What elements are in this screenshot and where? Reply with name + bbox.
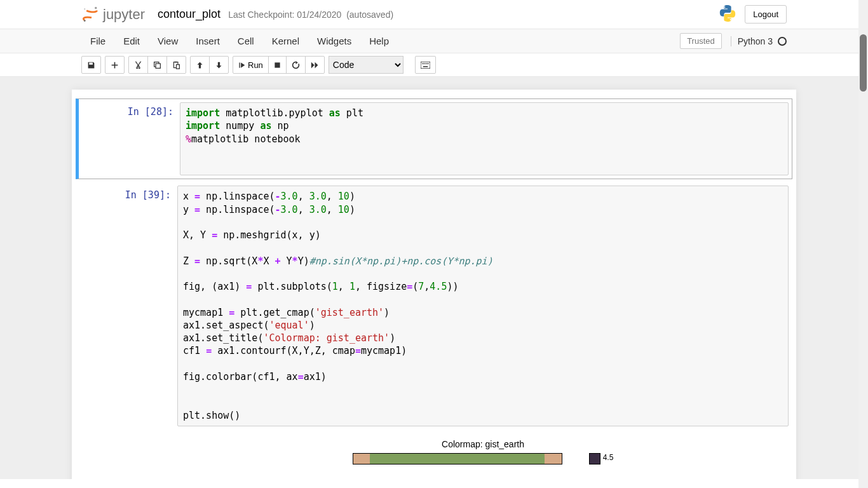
cut-icon — [134, 61, 142, 69]
input-prompt: In [39]: — [79, 186, 177, 426]
svg-point-3 — [84, 20, 86, 22]
menu-insert[interactable]: Insert — [187, 29, 229, 53]
paste-button[interactable] — [166, 56, 186, 74]
fast-forward-icon — [311, 61, 319, 69]
menu-view[interactable]: View — [149, 29, 187, 53]
colorbar-tick-label: 4.5 — [603, 453, 614, 462]
menu-kernel[interactable]: Kernel — [263, 29, 308, 53]
kernel-name: Python 3 — [738, 36, 773, 46]
move-up-button[interactable] — [190, 56, 210, 74]
save-icon — [87, 61, 95, 69]
menu-help[interactable]: Help — [360, 29, 398, 53]
menubar: File Edit View Insert Cell Kernel Widget… — [0, 29, 868, 53]
code-cell[interactable]: In [39]: x = np.linspace(-3.0, 3.0, 10) … — [76, 182, 792, 430]
restart-run-all-button[interactable] — [305, 56, 325, 74]
kernel-idle-icon — [778, 37, 787, 46]
plus-icon — [111, 61, 119, 69]
svg-rect-13 — [421, 62, 430, 69]
copy-icon — [153, 61, 161, 69]
notebook-name[interactable]: contour_plot — [158, 8, 220, 21]
menu-edit[interactable]: Edit — [114, 29, 149, 53]
toolbar: Run Code — [0, 53, 868, 77]
menu-file[interactable]: File — [81, 29, 114, 53]
logout-button[interactable]: Logout — [745, 5, 787, 24]
menu-cell[interactable]: Cell — [229, 29, 263, 53]
run-icon — [238, 62, 245, 69]
svg-rect-8 — [156, 64, 160, 68]
arrow-down-icon — [215, 61, 223, 69]
restart-button[interactable] — [286, 56, 306, 74]
svg-point-2 — [95, 6, 97, 9]
copy-button[interactable] — [147, 56, 167, 74]
svg-rect-16 — [425, 63, 426, 64]
svg-rect-14 — [422, 63, 423, 64]
code-input-area[interactable]: import matplotlib.pyplot as plt import n… — [180, 102, 789, 175]
interrupt-button[interactable] — [268, 56, 287, 74]
insert-cell-button[interactable] — [105, 56, 125, 74]
menu-widgets[interactable]: Widgets — [308, 29, 360, 53]
restart-icon — [292, 61, 300, 69]
run-button[interactable]: Run — [233, 56, 269, 74]
stop-icon — [274, 62, 281, 69]
svg-point-4 — [84, 8, 85, 10]
run-label: Run — [248, 60, 263, 70]
svg-point-6 — [730, 19, 731, 20]
command-palette-button[interactable] — [415, 56, 436, 74]
notebook-scroll-area[interactable]: In [28]: import matplotlib.pyplot as plt… — [0, 77, 868, 479]
svg-rect-11 — [177, 64, 180, 69]
svg-rect-10 — [175, 61, 177, 62]
colorbar — [589, 453, 600, 464]
cut-button[interactable] — [128, 56, 148, 74]
cell-output: Colormap: gist_earth 3 4.5 — [72, 433, 796, 464]
contour-plot — [353, 453, 562, 464]
code-cell[interactable]: In [28]: import matplotlib.pyplot as plt… — [76, 98, 792, 179]
kernel-indicator[interactable]: Python 3 — [731, 36, 787, 46]
plot-title: Colormap: gist_earth — [170, 439, 796, 449]
svg-rect-12 — [275, 62, 280, 67]
keyboard-icon — [421, 62, 430, 69]
svg-rect-19 — [423, 66, 428, 67]
checkpoint-text: Last Checkpoint: 01/24/2020 (autosaved) — [228, 10, 393, 20]
jupyter-logo[interactable]: jupyter — [81, 6, 145, 24]
svg-rect-18 — [428, 63, 429, 64]
notebook-container: In [28]: import matplotlib.pyplot as plt… — [72, 90, 796, 479]
scrollbar-thumb[interactable] — [860, 34, 867, 92]
jupyter-icon — [81, 6, 99, 24]
svg-point-1 — [83, 16, 96, 22]
trusted-indicator[interactable]: Trusted — [680, 33, 722, 49]
svg-point-5 — [724, 6, 726, 8]
notebook-header: jupyter contour_plot Last Checkpoint: 01… — [0, 0, 868, 29]
python-logo-icon — [718, 4, 737, 25]
scrollbar-track[interactable] — [858, 0, 868, 479]
save-button[interactable] — [81, 56, 101, 74]
paste-icon — [172, 61, 180, 69]
svg-rect-17 — [426, 63, 428, 64]
svg-rect-15 — [423, 63, 424, 64]
arrow-up-icon — [196, 61, 204, 69]
jupyter-logo-text: jupyter — [103, 6, 145, 23]
code-input-area[interactable]: x = np.linspace(-3.0, 3.0, 10) y = np.li… — [177, 186, 789, 426]
input-prompt: In [28]: — [82, 102, 180, 175]
cell-type-select[interactable]: Code — [329, 56, 403, 74]
move-down-button[interactable] — [209, 56, 229, 74]
